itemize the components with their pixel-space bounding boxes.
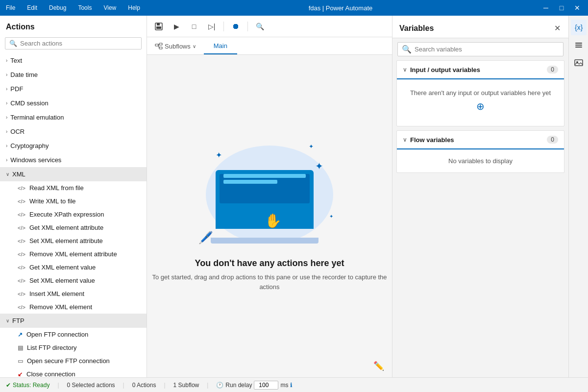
variables-panel-toggle[interactable]: {x}	[571, 20, 587, 35]
menu-edit[interactable]: Edit	[25, 3, 39, 12]
menu-help[interactable]: Help	[126, 3, 142, 12]
add-variable-button[interactable]: ⊕	[403, 97, 558, 116]
chevron-right-icon: ›	[6, 129, 7, 134]
xml-icon: </>	[18, 212, 25, 218]
toolbar-separator	[223, 22, 224, 31]
app-title: fdas | Power Automate	[309, 4, 373, 12]
image-icon	[574, 58, 584, 68]
status-separator4: |	[207, 382, 208, 389]
action-get-xml-attr[interactable]: </> Get XML element attribute	[0, 221, 147, 234]
action-insert-xml[interactable]: </> Insert XML element	[0, 287, 147, 300]
category-xml[interactable]: ∨ XML	[0, 167, 147, 181]
save-icon	[154, 22, 163, 31]
xml-icon: </>	[18, 265, 25, 270]
actions-list: › Text › Date time › PDF › CMD session ›…	[0, 53, 147, 377]
save-button[interactable]	[151, 19, 167, 34]
category-cryptography[interactable]: › Cryptography	[0, 139, 147, 153]
maximize-button[interactable]: □	[555, 1, 568, 15]
record-button[interactable]: ⏺	[228, 19, 244, 34]
flow-variables-header[interactable]: ∨ Flow variables 0	[397, 131, 564, 149]
chevron-down-icon: ∨	[6, 172, 9, 177]
search-button[interactable]: 🔍	[252, 19, 268, 34]
sparkle-icon: ✦	[309, 143, 314, 150]
action-list-ftp[interactable]: ▤ List FTP directory	[0, 341, 147, 354]
run-delay-group: 🕐 Run delay ms ℹ	[216, 381, 293, 390]
sparkle-icon: ✦	[329, 214, 333, 219]
menu-debug[interactable]: Debug	[47, 3, 68, 12]
action-open-secure-ftp[interactable]: ▭ Open secure FTP connection	[0, 354, 147, 368]
svg-rect-11	[575, 47, 582, 48]
category-datetime-label: Date time	[10, 71, 38, 78]
category-ocr[interactable]: › OCR	[0, 124, 147, 139]
svg-text:{x}: {x}	[575, 24, 583, 31]
main-tab[interactable]: Main	[204, 38, 237, 54]
chevron-down-icon: ∨	[6, 318, 9, 323]
run-delay-input[interactable]	[254, 381, 278, 390]
list-icon: ▤	[18, 344, 23, 351]
search-actions-input[interactable]	[20, 40, 137, 47]
category-winservices-label: Windows services	[10, 156, 61, 164]
action-remove-xml-attr[interactable]: </> Remove XML element attribute	[0, 247, 147, 261]
category-windows-services[interactable]: › Windows services	[0, 153, 147, 167]
ftp-icon: ↗	[18, 331, 23, 338]
category-ftp[interactable]: ∨ FTP	[0, 314, 147, 328]
category-terminal[interactable]: › Terminal emulation	[0, 110, 147, 124]
action-read-xml[interactable]: </> Read XML from file	[0, 181, 147, 195]
category-pdf-label: PDF	[10, 85, 23, 93]
svg-rect-2	[156, 26, 161, 29]
search-variables-input[interactable]	[415, 46, 559, 53]
input-output-empty-msg: There aren't any input or output variabl…	[410, 89, 551, 97]
actions-count: 0 Actions	[132, 382, 156, 389]
action-close-ftp[interactable]: ↙ Close connection	[0, 368, 147, 377]
action-set-xml-attr[interactable]: </> Set XML element attribute	[0, 234, 147, 247]
action-execute-xpath[interactable]: </> Execute XPath expression	[0, 208, 147, 221]
category-cmd-label: CMD session	[10, 99, 48, 107]
category-text[interactable]: › Text	[0, 53, 147, 68]
variables-title: Variables	[399, 24, 434, 33]
svg-line-7	[158, 45, 159, 48]
subflows-tab[interactable]: Subflows ∨	[147, 38, 204, 54]
input-output-body: There aren't any input or output variabl…	[397, 79, 564, 126]
minimize-button[interactable]: ─	[539, 1, 553, 15]
layers-button[interactable]	[571, 37, 587, 53]
input-output-section: ∨ Input / output variables 0 There aren'…	[396, 60, 564, 126]
titlebar: File Edit Debug Tools View Help fdas | P…	[0, 0, 588, 16]
xml-icon: </>	[18, 238, 25, 244]
next-button[interactable]: ▷|	[204, 19, 220, 34]
far-right-panel: {x}	[568, 16, 588, 377]
info-icon[interactable]: ℹ	[290, 382, 293, 389]
action-set-xml-value[interactable]: </> Set XML element value	[0, 274, 147, 287]
category-crypto-label: Cryptography	[10, 142, 49, 149]
menu-file[interactable]: File	[4, 3, 17, 12]
category-pdf[interactable]: › PDF	[0, 82, 147, 96]
image-button[interactable]	[571, 55, 587, 71]
menu-view[interactable]: View	[101, 3, 118, 12]
no-actions-subtitle: To get started, drag and drop actions to…	[147, 272, 392, 292]
action-open-ftp[interactable]: ↗ Open FTP connection	[0, 328, 147, 341]
run-delay-unit: ms	[280, 382, 288, 389]
screen-bar	[223, 174, 306, 178]
action-remove-xml[interactable]: </> Remove XML element	[0, 300, 147, 314]
close-button[interactable]: ✕	[570, 1, 584, 15]
chevron-right-icon: ›	[6, 115, 7, 120]
action-get-xml-value[interactable]: </> Get XML element value	[0, 261, 147, 274]
check-icon: ✔	[6, 382, 11, 389]
category-cmd[interactable]: › CMD session	[0, 96, 147, 110]
play-button[interactable]: ▶	[169, 19, 184, 34]
category-datetime[interactable]: › Date time	[0, 68, 147, 82]
flow-variables-count: 0	[547, 136, 558, 144]
empty-state-illustration: ✦ ✦ ✦ ✦ ✋ 🖊️	[196, 141, 343, 248]
chevron-down-icon: ∨	[403, 66, 407, 73]
variables-close-button[interactable]: ✕	[553, 23, 562, 34]
menu-tools[interactable]: Tools	[76, 3, 94, 12]
cup-icon: 🖊️	[198, 231, 213, 245]
input-output-title: Input / output variables	[410, 66, 544, 74]
action-write-xml[interactable]: </> Write XML to file	[0, 195, 147, 208]
stop-button[interactable]: □	[186, 19, 202, 34]
titlebar-menus: File Edit Debug Tools View Help	[4, 3, 142, 12]
search-icon: 🔍	[402, 45, 412, 54]
status-separator: |	[57, 382, 59, 389]
input-output-header[interactable]: ∨ Input / output variables 0	[397, 61, 564, 79]
variables-header: Variables ✕	[392, 16, 568, 38]
actions-panel: Actions 🔍 › Text › Date time › PDF › CMD…	[0, 16, 147, 377]
